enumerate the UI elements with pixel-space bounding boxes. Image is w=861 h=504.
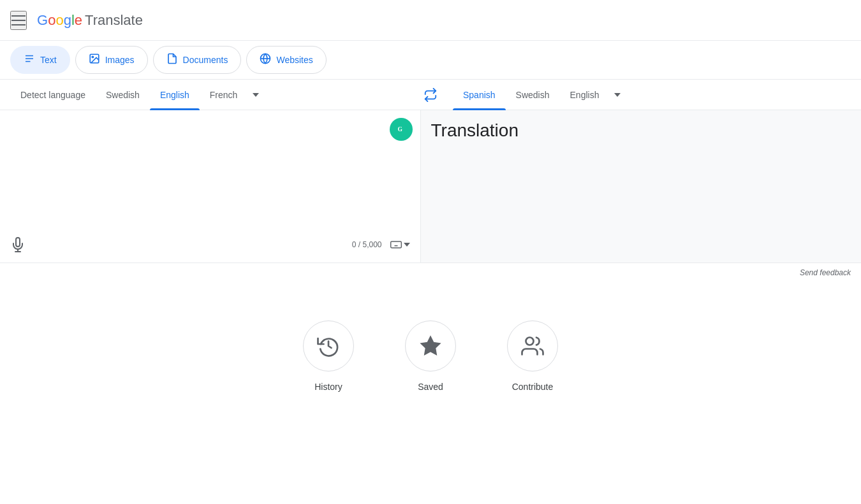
- contribute-shortcut[interactable]: Contribute: [507, 320, 558, 392]
- swap-languages-button[interactable]: [408, 80, 453, 110]
- tab-images[interactable]: Images: [75, 46, 148, 74]
- svg-marker-16: [421, 336, 440, 355]
- target-lang-group: Spanish Swedish English: [453, 80, 851, 110]
- tab-websites-label: Websites: [276, 55, 313, 65]
- history-icon: [317, 335, 340, 357]
- keyboard-button[interactable]: [387, 236, 413, 254]
- header: Google Translate: [0, 0, 861, 41]
- swap-icon: [423, 88, 438, 102]
- saved-shortcut[interactable]: Saved: [405, 320, 456, 392]
- target-lang-chevron-icon: [614, 93, 621, 97]
- microphone-button[interactable]: [8, 234, 28, 255]
- keyboard-chevron-icon: [404, 243, 410, 247]
- websites-tab-icon: [260, 53, 271, 67]
- contribute-circle: [507, 320, 558, 371]
- translation-output: Translation: [431, 120, 851, 141]
- source-panel: G 0 / 5,000: [0, 110, 421, 263]
- tab-documents[interactable]: Documents: [153, 46, 242, 74]
- translate-area: G 0 / 5,000: [0, 110, 861, 263]
- source-lang-swedish[interactable]: Swedish: [96, 80, 150, 110]
- grammarly-button[interactable]: G: [390, 118, 413, 141]
- documents-tab-icon: [166, 53, 178, 67]
- source-lang-french[interactable]: French: [200, 80, 248, 110]
- target-lang-english[interactable]: English: [560, 80, 610, 110]
- svg-point-17: [526, 338, 534, 345]
- logo[interactable]: Google Translate: [37, 12, 143, 29]
- tab-documents-label: Documents: [183, 55, 228, 65]
- target-lang-swedish[interactable]: Swedish: [506, 80, 560, 110]
- text-tab-icon: [24, 53, 35, 67]
- keyboard-icon: [390, 238, 402, 251]
- feedback-row: Send feedback: [0, 263, 861, 282]
- source-lang-group: Detect language Swedish English French: [10, 80, 408, 110]
- mode-tabs: Text Images Documents Webs: [0, 41, 861, 80]
- char-count-area: 0 / 5,000: [352, 236, 413, 254]
- star-icon: [419, 335, 442, 357]
- tab-text[interactable]: Text: [10, 46, 70, 74]
- char-count-text: 0 / 5,000: [352, 240, 382, 249]
- source-lang-more-button[interactable]: [247, 80, 264, 110]
- logo-translate-text: Translate: [85, 12, 143, 29]
- history-label: History: [314, 382, 342, 392]
- saved-label: Saved: [418, 382, 443, 392]
- history-circle: [303, 320, 354, 371]
- language-row: Detect language Swedish English French S…: [0, 80, 861, 110]
- contribute-icon: [521, 335, 544, 357]
- source-bottom-bar: 0 / 5,000: [8, 234, 413, 255]
- target-panel: Translation: [421, 110, 862, 263]
- contribute-label: Contribute: [512, 382, 554, 392]
- microphone-icon: [10, 237, 26, 252]
- svg-text:G: G: [397, 126, 402, 133]
- images-tab-icon: [89, 53, 100, 67]
- source-textarea[interactable]: [0, 110, 420, 212]
- grammarly-icon: G: [394, 122, 408, 136]
- svg-rect-8: [390, 241, 401, 248]
- tab-text-label: Text: [40, 55, 57, 65]
- source-lang-english[interactable]: English: [150, 80, 200, 110]
- shortcuts-section: History Saved Contribute: [0, 282, 861, 417]
- target-lang-spanish[interactable]: Spanish: [453, 80, 506, 110]
- send-feedback-link[interactable]: Send feedback: [800, 268, 851, 277]
- menu-button[interactable]: [10, 11, 27, 30]
- saved-circle: [405, 320, 456, 371]
- svg-point-1: [92, 56, 93, 57]
- source-lang-detect[interactable]: Detect language: [10, 80, 96, 110]
- source-lang-chevron-icon: [253, 93, 259, 97]
- target-lang-more-button[interactable]: [609, 80, 626, 110]
- tab-images-label: Images: [105, 55, 135, 65]
- history-shortcut[interactable]: History: [303, 320, 354, 392]
- tab-websites[interactable]: Websites: [246, 46, 326, 74]
